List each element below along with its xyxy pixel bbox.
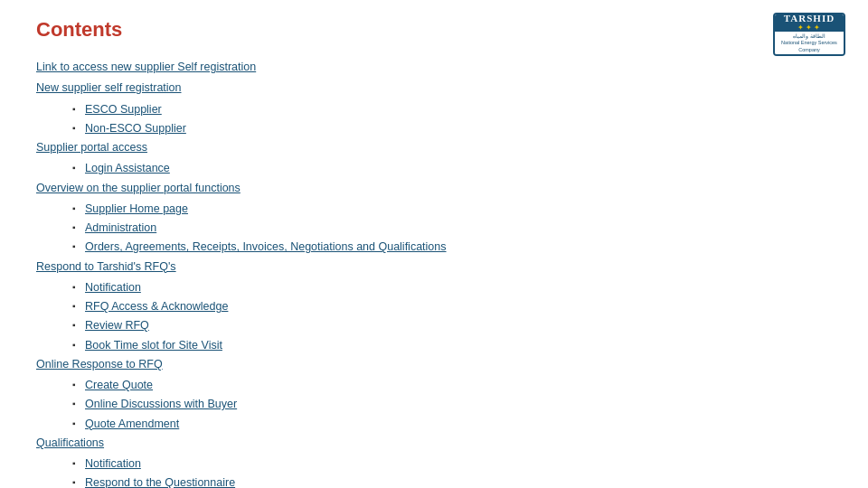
toc-level1-new-supplier[interactable]: New supplier self registration [36, 79, 832, 98]
toc-link-overview[interactable]: Overview on the supplier portal function… [36, 182, 241, 194]
toc-link-rfq-access[interactable]: RFQ Access & Acknowledge [85, 297, 228, 316]
toc-link-new-supplier[interactable]: New supplier self registration [36, 81, 182, 94]
bullet-icon: ▪ [72, 337, 85, 352]
toc-level1-qualifications[interactable]: Qualifications [36, 434, 832, 453]
bullet-icon: ▪ [72, 239, 85, 254]
toc-link-supplier-portal[interactable]: Supplier portal access [36, 141, 147, 154]
toc-link-online-response[interactable]: Online Response to RFQ [36, 358, 163, 371]
toc-level1-respond-rfq[interactable]: Respond to Tarshid's RFQ's [36, 258, 832, 277]
toc-level2-notification-qual: ▪Notification [72, 455, 832, 474]
bullet-icon: ▪ [72, 474, 85, 488]
toc-link-link-access[interactable]: Link to access new supplier Self registr… [36, 61, 256, 73]
logo-arabic: الطاقة والمياه [793, 33, 826, 40]
bullet-icon: ▪ [72, 101, 85, 117]
toc-level2-respond-questionnaire: ▪Respond to the Questionnaire [72, 474, 832, 488]
table-of-contents: Link to access new supplier Self registr… [36, 58, 832, 488]
toc-link-esco-supplier[interactable]: ESCO Supplier [85, 100, 162, 119]
toc-level2-notification-rfq: ▪Notification [72, 278, 832, 297]
bullet-icon: ▪ [72, 396, 85, 411]
toc-level1-link-access[interactable]: Link to access new supplier Self registr… [36, 58, 832, 77]
bullet-icon: ▪ [72, 298, 85, 314]
toc-level2-supplier-home: ▪Supplier Home page [72, 200, 832, 219]
toc-link-book-time[interactable]: Book Time slot for Site Visit [85, 336, 222, 355]
logo-top: TARSHID ✦✦✦ [775, 13, 844, 32]
toc-link-qualifications[interactable]: Qualifications [36, 436, 104, 449]
toc-link-quote-amendment[interactable]: Quote Amendment [85, 415, 179, 434]
toc-link-login-assistance[interactable]: Login Assistance [85, 159, 170, 178]
bullet-icon: ▪ [72, 220, 85, 235]
toc-link-administration[interactable]: Administration [85, 219, 156, 238]
toc-link-non-esco-supplier[interactable]: Non-ESCO Supplier [85, 119, 186, 138]
toc-level2-quote-amendment: ▪Quote Amendment [72, 415, 832, 434]
page: TARSHID ✦✦✦ الطاقة والمياه National Ener… [0, 0, 868, 488]
bullet-icon: ▪ [72, 279, 85, 295]
toc-link-notification-qual[interactable]: Notification [85, 455, 141, 474]
toc-level2-esco-supplier: ▪ESCO Supplier [72, 100, 832, 119]
logo-brand-text: TARSHID [784, 13, 835, 23]
toc-level2-login-assistance: ▪Login Assistance [72, 159, 832, 178]
bullet-icon: ▪ [72, 455, 85, 471]
toc-level2-book-time: ▪Book Time slot for Site Visit [72, 336, 832, 355]
bullet-icon: ▪ [72, 317, 85, 333]
toc-level2-rfq-access: ▪RFQ Access & Acknowledge [72, 297, 832, 316]
logo-stars: ✦✦✦ [797, 23, 822, 32]
toc-level1-supplier-portal[interactable]: Supplier portal access [36, 138, 832, 157]
logo-area: TARSHID ✦✦✦ الطاقة والمياه National Ener… [769, 9, 850, 59]
toc-link-online-discussions[interactable]: Online Discussions with Buyer [85, 395, 237, 414]
toc-link-respond-questionnaire[interactable]: Respond to the Questionnaire [85, 474, 235, 488]
page-title: Contents [36, 18, 832, 42]
bullet-icon: ▪ [72, 160, 85, 175]
logo-english: National Energy Services Company [777, 40, 842, 52]
logo-bottom: الطاقة والمياه National Energy Services … [775, 32, 844, 54]
toc-level2-review-rfq: ▪Review RFQ [72, 316, 832, 335]
bullet-icon: ▪ [72, 201, 85, 216]
toc-link-create-quote[interactable]: Create Quote [85, 376, 153, 395]
bullet-icon: ▪ [72, 120, 85, 136]
toc-link-orders-agreements[interactable]: Orders, Agreements, Receipts, Invoices, … [85, 238, 447, 257]
toc-link-notification-rfq[interactable]: Notification [85, 278, 141, 297]
toc-level1-overview[interactable]: Overview on the supplier portal function… [36, 179, 832, 198]
toc-link-respond-rfq[interactable]: Respond to Tarshid's RFQ's [36, 260, 176, 273]
toc-level2-non-esco-supplier: ▪Non-ESCO Supplier [72, 119, 832, 138]
logo-box: TARSHID ✦✦✦ الطاقة والمياه National Ener… [773, 13, 845, 56]
toc-link-supplier-home[interactable]: Supplier Home page [85, 200, 188, 219]
toc-level2-orders-agreements: ▪Orders, Agreements, Receipts, Invoices,… [72, 238, 832, 257]
toc-level1-online-response[interactable]: Online Response to RFQ [36, 355, 832, 374]
bullet-icon: ▪ [72, 377, 85, 392]
toc-link-review-rfq[interactable]: Review RFQ [85, 316, 149, 335]
toc-level2-create-quote: ▪Create Quote [72, 376, 832, 395]
toc-level2-online-discussions: ▪Online Discussions with Buyer [72, 395, 832, 414]
bullet-icon: ▪ [72, 416, 85, 431]
toc-level2-administration: ▪Administration [72, 219, 832, 238]
